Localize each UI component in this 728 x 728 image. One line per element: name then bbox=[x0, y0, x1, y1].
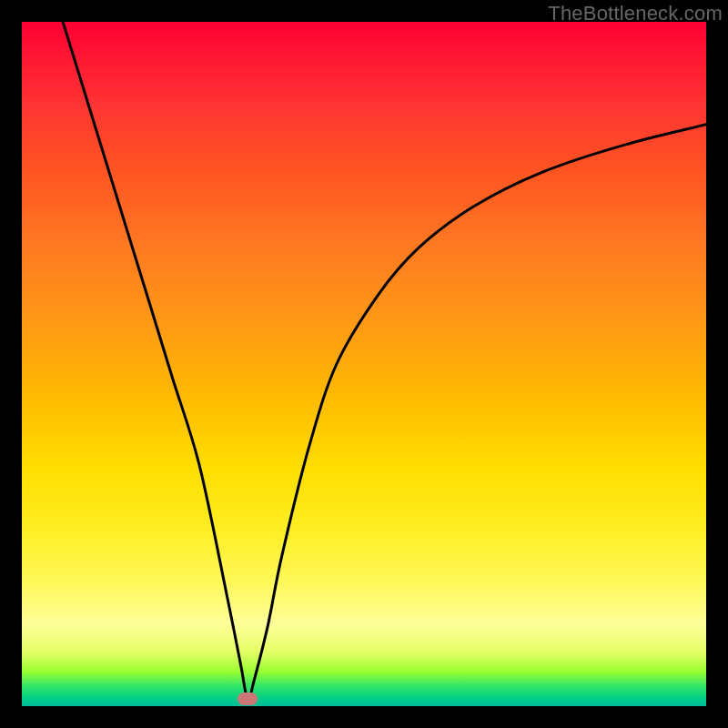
bottleneck-curve bbox=[22, 22, 706, 706]
curve-path bbox=[63, 22, 706, 700]
chart-frame: TheBottleneck.com bbox=[0, 0, 728, 728]
plot-area bbox=[22, 22, 706, 706]
optimal-point-marker bbox=[238, 693, 258, 705]
